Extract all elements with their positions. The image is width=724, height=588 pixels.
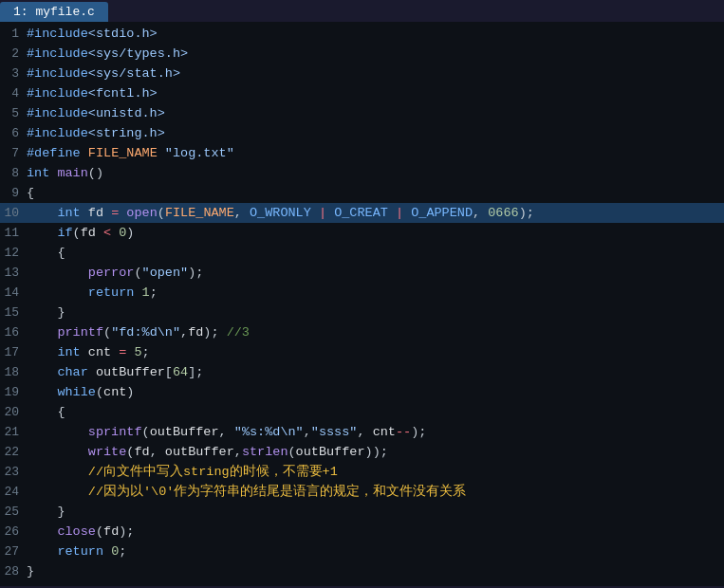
code-line: 5 #include<unistd.h> [0,103,724,123]
code-line: 19 while(cnt) [0,382,724,402]
code-line: 26 close(fd); [0,522,724,542]
code-line: 7 #define FILE_NAME "log.txt" [0,143,724,163]
code-line-10: 10 int fd = open(FILE_NAME, O_WRONLY | O… [0,203,724,223]
code-line: 23 //向文件中写入string的时候，不需要+1 [0,462,724,482]
code-line: 13 perror("open"); [0,263,724,283]
code-line: 12 { [0,243,724,263]
code-container: 1 #include<stdio.h> 2 #include<sys/types… [0,22,724,586]
code-line: 2 #include<sys/types.h> [0,44,724,64]
code-line: 3 #include<sys/stat.h> [0,64,724,83]
code-line: 18 char outBuffer[64]; [0,362,724,382]
code-line: 4 #include<fcntl.h> [0,83,724,103]
code-line: 20 { [0,402,724,422]
tab-myfile-c[interactable]: 1: myfile.c [0,2,108,22]
code-line: 11 if(fd < 0) [0,223,724,243]
code-line: 17 int cnt = 5; [0,342,724,362]
code-line: 15 } [0,303,724,322]
code-line: 25 } [0,502,724,522]
tab-bar: 1: myfile.c [0,0,724,22]
code-line: 8 int main() [0,163,724,183]
code-line: 21 sprintf(outBuffer, "%s:%d\n","ssss", … [0,422,724,442]
code-line: 6 #include<string.h> [0,123,724,143]
code-line: 27 return 0; [0,542,724,561]
code-line: 1 #include<stdio.h> [0,24,724,44]
code-line: 16 printf("fd:%d\n",fd); //3 [0,322,724,342]
code-line: 14 return 1; [0,283,724,303]
code-line: 9 { [0,183,724,203]
code-line: 22 write(fd, outBuffer,strlen(outBuffer)… [0,442,724,462]
code-line: 28 } [0,561,724,581]
code-line: 24 //因为以'\0'作为字符串的结尾是语言的规定，和文件没有关系 [0,482,724,502]
